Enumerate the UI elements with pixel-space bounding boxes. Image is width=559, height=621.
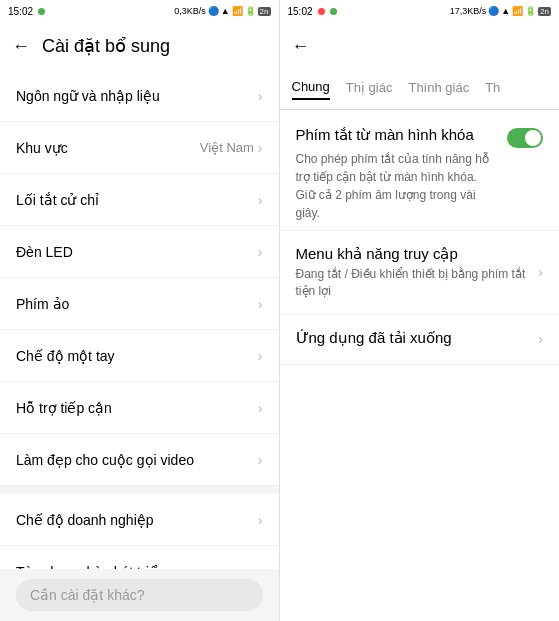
- menu-item-label: Làm đẹp cho cuộc gọi video: [16, 452, 258, 468]
- menu-item-label: Phím ảo: [16, 296, 258, 312]
- menu-item-label: Ngôn ngữ và nhập liệu: [16, 88, 258, 104]
- left-status-bar: 15:02 0,3KB/s 🔵 ▲ 📶 🔋 2n: [0, 0, 279, 22]
- accessibility-menu-title: Menu khả năng truy cập: [296, 245, 539, 263]
- menu-item-label: Lối tắt cử chỉ: [16, 192, 258, 208]
- menu-item-label: Khu vực: [16, 140, 200, 156]
- menu-item-enterprise[interactable]: Chế độ doanh nghiệp ›: [0, 494, 279, 546]
- status-icons-right: 17,3KB/s 🔵 ▲ 📶 🔋 2n: [450, 6, 551, 16]
- battery-icon: 🔋: [245, 6, 256, 16]
- section-downloaded-apps[interactable]: Ứng dụng đã tải xuống ›: [280, 315, 560, 365]
- chevron-icon: ›: [258, 88, 263, 104]
- chevron-icon: ›: [258, 296, 263, 312]
- left-menu-list: Ngôn ngữ và nhập liệu › Khu vực Việt Nam…: [0, 70, 279, 569]
- tab-chung[interactable]: Chung: [292, 79, 330, 100]
- chevron-icon: ›: [258, 512, 263, 528]
- accessibility-menu-desc: Đang tắt / Điều khiển thiết bị bằng phím…: [296, 266, 539, 300]
- signal-icon-right: ▲: [501, 6, 510, 16]
- chevron-icon: ›: [538, 331, 543, 347]
- accessibility-menu-content: Menu khả năng truy cập Đang tắt / Điều k…: [296, 245, 539, 300]
- menu-item-virtual-key[interactable]: Phím ảo ›: [0, 278, 279, 330]
- right-status-bar: 15:02 17,3KB/s 🔵 ▲ 📶 🔋 2n: [280, 0, 560, 22]
- status-icons-left: 0,3KB/s 🔵 ▲ 📶 🔋 2n: [174, 6, 270, 16]
- time-right: 15:02: [288, 6, 313, 17]
- tab-th[interactable]: Th: [485, 80, 500, 99]
- tab-thi-giac[interactable]: Thị giác: [346, 80, 393, 99]
- menu-divider: [0, 486, 279, 494]
- shortcut-desc: Cho phép phím tắt của tính năng hỗ trợ t…: [296, 150, 500, 222]
- shortcut-toggle[interactable]: [507, 128, 543, 148]
- right-content: Phím tắt từ màn hình khóa Cho phép phím …: [280, 110, 560, 621]
- bluetooth-icon: 🔵: [208, 6, 219, 16]
- downloaded-apps-title: Ứng dụng đã tải xuống: [296, 329, 539, 347]
- chevron-icon: ›: [258, 140, 263, 156]
- sim-icon: 2n: [258, 7, 271, 16]
- wifi-icon: 📶: [232, 6, 243, 16]
- menu-item-value: Việt Nam: [200, 140, 254, 155]
- wifi-icon-right: 📶: [512, 6, 523, 16]
- menu-item-language[interactable]: Ngôn ngữ và nhập liệu ›: [0, 70, 279, 122]
- red-dot-icon: [318, 8, 325, 15]
- menu-item-accessibility[interactable]: Hỗ trợ tiếp cận ›: [0, 382, 279, 434]
- section-accessibility-menu[interactable]: Menu khả năng truy cập Đang tắt / Điều k…: [280, 231, 560, 315]
- section-shortcut-lock: Phím tắt từ màn hình khóa Cho phép phím …: [280, 110, 560, 231]
- menu-item-region[interactable]: Khu vực Việt Nam ›: [0, 122, 279, 174]
- menu-item-label: Chế độ một tay: [16, 348, 258, 364]
- page-title-left: Cài đặt bổ sung: [42, 35, 170, 57]
- shortcut-text-block: Phím tắt từ màn hình khóa Cho phép phím …: [296, 126, 500, 222]
- dot-icon: [38, 8, 45, 15]
- menu-item-gesture[interactable]: Lối tắt cử chỉ ›: [0, 174, 279, 226]
- back-button-right[interactable]: ←: [292, 36, 310, 57]
- tabs-bar: Chung Thị giác Thính giác Th: [280, 70, 560, 110]
- shortcut-title: Phím tắt từ màn hình khóa: [296, 126, 500, 144]
- search-settings-input[interactable]: Cần cài đặt khác?: [16, 579, 263, 611]
- chevron-icon: ›: [258, 452, 263, 468]
- menu-item-label: Chế độ doanh nghiệp: [16, 512, 258, 528]
- right-top-bar: ←: [280, 22, 560, 70]
- chevron-icon: ›: [258, 348, 263, 364]
- left-top-bar: ← Cài đặt bổ sung: [0, 22, 279, 70]
- chevron-icon: ›: [258, 400, 263, 416]
- menu-item-video-beauty[interactable]: Làm đẹp cho cuộc gọi video ›: [0, 434, 279, 486]
- menu-item-led[interactable]: Đèn LED ›: [0, 226, 279, 278]
- status-time-right: 15:02: [288, 6, 337, 17]
- network-speed-right: 17,3KB/s: [450, 6, 487, 16]
- green-dot-icon: [330, 8, 337, 15]
- menu-item-label: Hỗ trợ tiếp cận: [16, 400, 258, 416]
- shortcut-row: Phím tắt từ màn hình khóa Cho phép phím …: [296, 126, 544, 222]
- search-placeholder: Cần cài đặt khác?: [30, 587, 145, 603]
- chevron-icon: ›: [538, 264, 543, 280]
- menu-item-developer[interactable]: Tùy chọn nhà phát triển ›: [0, 546, 279, 569]
- bluetooth-icon-right: 🔵: [488, 6, 499, 16]
- back-button-left[interactable]: ←: [12, 36, 30, 57]
- tab-thinh-giac[interactable]: Thính giác: [408, 80, 469, 99]
- bottom-search-bar: Cần cài đặt khác?: [0, 569, 279, 621]
- left-panel: 15:02 0,3KB/s 🔵 ▲ 📶 🔋 2n ← Cài đặt bổ su…: [0, 0, 280, 621]
- downloaded-apps-content: Ứng dụng đã tải xuống: [296, 329, 539, 350]
- network-speed-left: 0,3KB/s: [174, 6, 206, 16]
- time-left: 15:02: [8, 6, 33, 17]
- chevron-icon: ›: [258, 192, 263, 208]
- sim-icon-right: 2n: [538, 7, 551, 16]
- menu-item-one-hand[interactable]: Chế độ một tay ›: [0, 330, 279, 382]
- signal-icon: ▲: [221, 6, 230, 16]
- battery-icon-right: 🔋: [525, 6, 536, 16]
- right-panel: 15:02 17,3KB/s 🔵 ▲ 📶 🔋 2n ← Chung Thị gi…: [280, 0, 560, 621]
- chevron-icon: ›: [258, 244, 263, 260]
- menu-item-label: Đèn LED: [16, 244, 258, 260]
- status-time-left: 15:02: [8, 6, 45, 17]
